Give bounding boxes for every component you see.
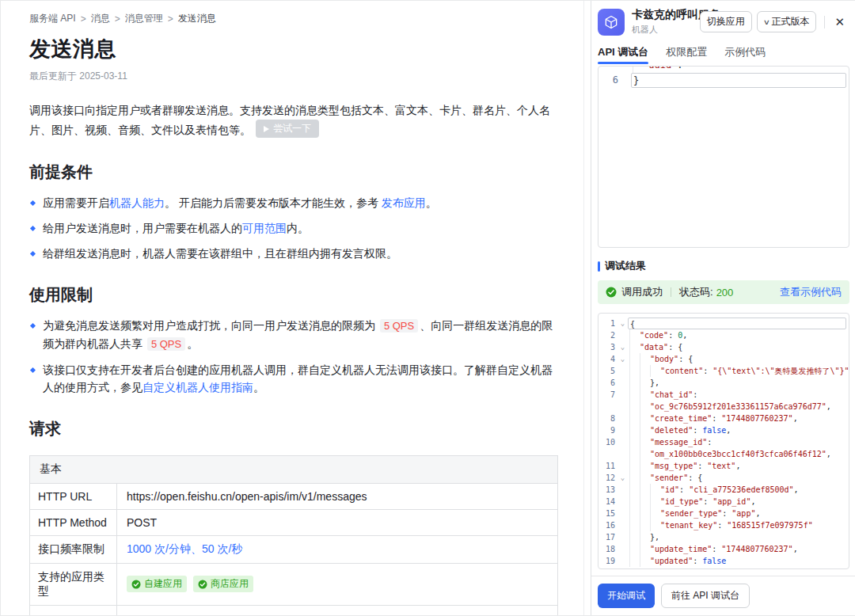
breadcrumb-separator: >: [168, 13, 173, 25]
badge-self-built-app: 自建应用: [127, 576, 187, 592]
text-segment: 5 QPS: [147, 337, 185, 351]
line-number: 12: [598, 472, 618, 484]
inline-link[interactable]: 自定义机器人使用指南: [142, 381, 253, 394]
row-label-http-url: HTTP URL: [30, 484, 117, 509]
code-line: 15"sender_type": "app",: [598, 508, 849, 519]
success-check-icon: [606, 287, 617, 298]
fold-gutter: [618, 329, 628, 341]
fold-gutter: [618, 401, 628, 413]
section-title-request: 请求: [29, 418, 558, 439]
debug-result-title: 调试结果: [598, 259, 849, 273]
text-segment: "cli_a775236edef8500d": [689, 484, 793, 496]
fold-gutter: [618, 460, 628, 472]
indent-guide: [650, 484, 660, 496]
indent-guide: [650, 508, 660, 519]
line-number: 7: [598, 389, 618, 401]
breadcrumb-item-server-api[interactable]: 服务端 API: [29, 12, 76, 25]
bullet-item: 为避免消息发送频繁对用户造成打扰，向同一用户发送消息的限频为 5 QPS、向同一…: [29, 317, 558, 353]
text-segment: }: [633, 74, 639, 87]
breadcrumb-item-message-manage[interactable]: 消息管理: [125, 12, 163, 25]
code-line: 12⌄"sender": {: [598, 472, 849, 484]
start-debug-button[interactable]: 开始调试: [598, 584, 655, 608]
fold-gutter: [618, 365, 628, 377]
fold-gutter: [618, 519, 628, 531]
indent-guide: [629, 496, 640, 508]
request-body-editor[interactable]: "uuid":6}: [598, 66, 849, 248]
fold-gutter: [618, 448, 628, 460]
indent-guide: [640, 353, 650, 365]
breadcrumb-item-message[interactable]: 消息: [91, 12, 110, 25]
breadcrumb: 服务端 API > 消息 > 消息管理 > 发送消息: [29, 12, 558, 25]
text-segment: ,: [726, 424, 731, 436]
text-segment: ,: [755, 508, 760, 519]
app-type-label: 机器人: [632, 24, 695, 36]
text-segment: :: [722, 508, 732, 519]
text-segment: :: [712, 413, 721, 424]
fold-gutter: [618, 436, 628, 448]
text-segment: 为避免消息发送频繁对用户造成打扰，向同一用户发送消息的限频为: [43, 319, 378, 332]
text-segment: :: [693, 555, 702, 567]
text-segment: 内。: [287, 222, 309, 234]
accent-bar: [598, 261, 600, 272]
indent-guide: [650, 365, 660, 377]
rate-limit-link[interactable]: 1000 次/分钟、50 次/秒: [127, 542, 242, 557]
try-it-button[interactable]: 尝试一下: [256, 120, 319, 138]
indent-guide: [640, 555, 650, 567]
fold-chevron-icon[interactable]: ⌄: [618, 341, 628, 353]
indent-guide: [629, 341, 640, 353]
text-segment: "update_time": [650, 543, 712, 555]
panel-header: 卡兹克的呼叫服务 机器人 切换应用 ∨正式版本 ✕: [591, 1, 855, 40]
indent-guide: [640, 484, 650, 496]
code-line: 16"tenant_key": "168515f7e097975f": [598, 519, 849, 531]
code-line: 6},: [598, 377, 849, 389]
text-segment: "om_x100bb0ce3bcc1cf40f3cfca06f46f12": [650, 448, 826, 460]
fold-gutter: [621, 73, 631, 88]
bullet-dot: [30, 322, 36, 328]
table-row: HTTP URL https://open.feishu.cn/open-api…: [30, 484, 557, 510]
response-json-viewer[interactable]: 1⌄{2"code": 0,3⌄"data": {4⌄"body": {5"co…: [598, 313, 849, 569]
text-segment: 给用户发送消息时，用户需要在机器人的: [43, 222, 242, 234]
tab-permission-config[interactable]: 权限配置: [666, 45, 707, 64]
text-segment: "id_type": [660, 496, 703, 508]
table-group-header: 基本: [30, 456, 557, 484]
text-segment: 5 QPS: [380, 319, 418, 333]
divider: [824, 16, 825, 29]
fold-chevron-icon[interactable]: ⌄: [618, 353, 628, 365]
text-segment: :: [717, 519, 727, 531]
text-segment: "sender_type": [660, 508, 722, 519]
status-code-value: 200: [716, 287, 734, 298]
version-select[interactable]: ∨正式版本: [757, 11, 817, 32]
inline-link[interactable]: 机器人能力: [109, 196, 165, 209]
indent-guide: [640, 496, 650, 508]
fold-chevron-icon[interactable]: ⌄: [618, 472, 628, 484]
breadcrumb-item-current: 发送消息: [178, 12, 216, 25]
tab-api-debugger[interactable]: API 调试台: [598, 45, 648, 64]
doc-pane: 服务端 API > 消息 > 消息管理 > 发送消息 发送消息 最后更新于 20…: [1, 1, 584, 615]
code-line: 17},: [598, 531, 849, 543]
play-icon: [264, 126, 269, 132]
fold-gutter: [618, 508, 628, 519]
indent-guide: [629, 543, 640, 555]
inline-link[interactable]: 可用范围: [242, 222, 287, 234]
fold-chevron-icon[interactable]: ⌄: [618, 318, 628, 329]
bullet-item: 给群组发送消息时，机器人需要在该群组中，且在群组内拥有发言权限。: [29, 245, 558, 262]
fold-gutter: [618, 424, 628, 436]
inline-link[interactable]: 发布应用: [382, 196, 426, 209]
row-label-app-types: 支持的应用类型: [30, 564, 117, 605]
code-line: 14"id_type": "app_id",: [598, 496, 849, 508]
tab-sample-code[interactable]: 示例代码: [724, 45, 766, 64]
switch-app-button[interactable]: 切换应用: [700, 11, 752, 32]
indent-guide: [629, 519, 640, 531]
text-segment: "1744807760237": [721, 413, 792, 424]
line-number: 17: [598, 531, 618, 543]
text-segment: "create_time": [650, 413, 712, 424]
fold-gutter: [618, 413, 628, 424]
text-segment: "{\"text\":\"奥特曼发推特了\"}": [712, 365, 849, 377]
page: 服务端 API > 消息 > 消息管理 > 发送消息 发送消息 最后更新于 20…: [0, 0, 855, 616]
line-number: 6: [598, 377, 618, 389]
goto-api-debugger-button[interactable]: 前往 API 调试台: [661, 584, 750, 608]
view-sample-code-link[interactable]: 查看示例代码: [780, 285, 842, 299]
indent-guide: [640, 519, 650, 531]
text-segment: "app": [732, 508, 755, 519]
close-icon[interactable]: ✕: [831, 13, 848, 31]
